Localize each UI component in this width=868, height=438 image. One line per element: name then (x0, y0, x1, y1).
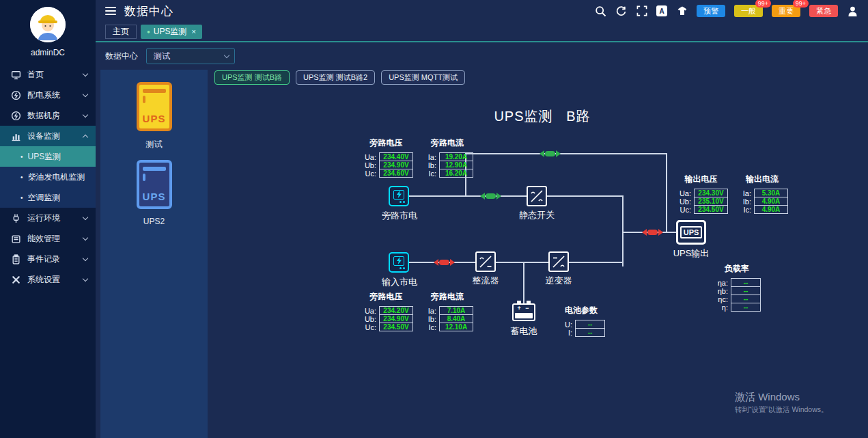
power-circle-icon (11, 90, 21, 100)
device-item-test[interactable]: UPS 测试 (137, 82, 172, 150)
theme-shirt-icon[interactable] (676, 5, 688, 17)
sidebar-item-label: 首页 (27, 69, 83, 81)
refresh-icon[interactable] (615, 5, 627, 17)
dc-select-label: 数据中心 (105, 51, 138, 62)
value-box: 234.50V (694, 205, 728, 214)
sidebar-item-power-distribution[interactable]: 配电系统 (0, 85, 96, 105)
sidebar-item-label: 能效管理 (27, 233, 83, 245)
value-box: -- (575, 328, 605, 337)
sidebar: adminDC 首页 配电系统 数据机房 设备监测 (0, 0, 96, 438)
toolbar: 数据中心 测试 (96, 42, 868, 70)
breaker-closed-icon[interactable] (480, 192, 501, 200)
sidebar-item-label: 数据机房 (27, 110, 83, 122)
tab-home[interactable]: 主页 (105, 25, 137, 39)
chevron-down-icon (83, 255, 88, 260)
ups-output-icon[interactable]: UPS (676, 220, 706, 245)
sidebar-item-event-records[interactable]: 事件记录 (0, 249, 96, 269)
measure-title: 输出电压 (674, 174, 728, 185)
chevron-down-icon (83, 214, 88, 219)
value-box: 16.20A (439, 169, 473, 178)
device-name: UPS2 (143, 217, 165, 226)
wire-bypass-down (666, 153, 667, 233)
measure-title: 负载率 (713, 263, 761, 275)
chevron-down-icon (224, 52, 229, 57)
sidebar-item-operating-environment[interactable]: 运行环境 (0, 208, 96, 228)
power-circle-icon (11, 111, 21, 121)
input-mains-icon[interactable] (389, 252, 409, 273)
chevron-down-icon (83, 111, 88, 117)
monitor-icon (11, 70, 21, 80)
breaker-open-icon[interactable] (642, 228, 663, 236)
important-alarm-badge: 99+ (793, 0, 809, 8)
sidebar-item-energy-management[interactable]: 能效管理 (0, 228, 96, 249)
username: adminDC (31, 48, 65, 57)
wire-switch-out (547, 195, 624, 197)
battery-params-block: 电池参数 U:-- I:-- (557, 305, 605, 337)
sidebar-item-device-monitoring[interactable]: 设备监测 (0, 126, 96, 146)
measure-title: 电池参数 (557, 305, 605, 316)
submenu-item-label: 柴油发电机监测 (28, 172, 85, 183)
rectifier-icon[interactable] (475, 251, 496, 272)
battery-icon[interactable]: + − (512, 303, 535, 321)
submenu-item-label: 空调监测 (28, 192, 61, 204)
ledger-icon (11, 234, 21, 244)
main-area: 数据中心 A 预警 一般99+ 重要99+ 紧急 (96, 0, 868, 438)
measure-title: 旁路电流 (421, 137, 473, 149)
search-icon[interactable] (595, 5, 606, 17)
chevron-down-icon (83, 234, 88, 240)
sidebar-item-label: 事件记录 (27, 254, 83, 265)
important-alarm-button[interactable]: 重要99+ (772, 5, 800, 17)
active-dot-icon: ● (147, 29, 150, 35)
dc-select[interactable]: 测试 (146, 48, 235, 64)
sidebar-item-data-room[interactable]: 数据机房 (0, 105, 96, 126)
node-label: 整流器 (458, 275, 513, 287)
sidebar-item-label: 运行环境 (27, 213, 83, 224)
wire-right-bus (622, 195, 624, 266)
user-icon[interactable] (847, 5, 858, 17)
sensor-icon (11, 213, 21, 223)
general-alarm-button[interactable]: 一般99+ (734, 5, 763, 17)
inverter-icon[interactable] (548, 251, 569, 272)
sidebar-item-label: 配电系统 (27, 90, 83, 101)
chevron-up-icon (83, 134, 88, 139)
node-label: 旁路市电 (376, 210, 423, 222)
forewarning-button[interactable]: 预警 (697, 5, 725, 17)
device-panel: UPS 测试 UPS UPS2 (100, 70, 208, 438)
load-rate-block: 负载率 ηa:-- ηb:-- ηc:-- η:-- (713, 263, 761, 312)
app-root: adminDC 首页 配电系统 数据机房 设备监测 (0, 0, 868, 438)
output-measurements: 输出电压 Ua:234.30V Ub:235.10V Uc:234.50V 输出… (674, 174, 788, 214)
avatar[interactable] (30, 7, 66, 42)
node-label: 蓄电池 (503, 325, 544, 338)
chevron-down-icon (83, 91, 88, 96)
topbar-actions: A 预警 一般99+ 重要99+ 紧急 (595, 5, 858, 17)
ups-cabinet-blue-icon: UPS (137, 160, 172, 209)
urgent-alarm-button[interactable]: 紧急 (809, 5, 838, 17)
static-switch-icon[interactable] (527, 186, 547, 206)
translate-icon[interactable]: A (656, 5, 667, 16)
breaker-open-icon[interactable] (434, 258, 455, 266)
sidebar-item-ups-monitoring[interactable]: • UPS监测 (0, 146, 96, 167)
clipboard-icon (11, 254, 21, 264)
sidebar-item-home[interactable]: 首页 (0, 64, 96, 85)
sidebar-item-ac-monitoring[interactable]: • 空调监测 (0, 187, 96, 208)
ups-diagram: UPS监测 测试B路 UPS监测 测试B路2 UPS监测 MQTT测试 UPS监… (208, 70, 868, 438)
tab-ups-test-b2[interactable]: UPS监测 测试B路2 (296, 70, 375, 85)
windows-activation-watermark: 激活 Windows 转到“设置”以激活 Windows。 (735, 391, 828, 415)
fullscreen-icon[interactable] (636, 5, 647, 17)
tab-ups-test-b[interactable]: UPS监测 测试B路 (214, 70, 290, 85)
device-item-ups2[interactable]: UPS UPS2 (137, 160, 172, 226)
hamburger-menu-icon[interactable] (105, 7, 116, 15)
close-icon[interactable]: × (192, 27, 196, 36)
tab-ups-monitoring[interactable]: ● UPS监测 × (141, 25, 202, 39)
value-box: -- (731, 303, 761, 312)
value-box: 234.50V (379, 323, 413, 331)
sidebar-item-system-settings[interactable]: 系统设置 (0, 269, 96, 290)
breaker-closed-icon[interactable] (540, 150, 561, 158)
value-box: 12.10A (439, 323, 473, 331)
content: UPS 测试 UPS UPS2 UPS监测 测试B路 UPS监测 测试B路2 (96, 70, 868, 438)
bullet-icon: • (20, 194, 23, 202)
bullet-icon: • (20, 153, 23, 161)
sidebar-item-diesel-generator-monitoring[interactable]: • 柴油发电机监测 (0, 167, 96, 187)
tab-ups-mqtt-test[interactable]: UPS监测 MQTT测试 (381, 70, 465, 85)
bypass-mains-icon[interactable] (389, 186, 409, 206)
